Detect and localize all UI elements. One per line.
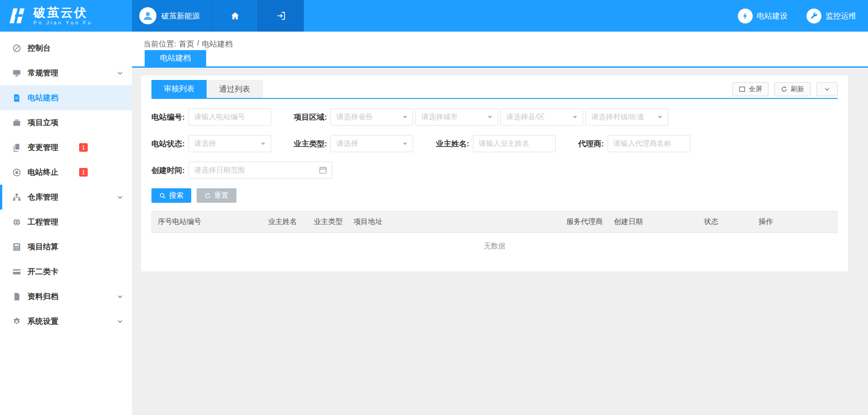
breadcrumb-separator: / — [197, 39, 199, 49]
village-placeholder: 请选择村镇/街道 — [591, 112, 644, 122]
sidebar-item-label: 项目立项 — [28, 117, 58, 128]
brand-text: 破茧云伏 Po Jian Yun Fu — [33, 6, 92, 25]
home-button[interactable] — [212, 0, 258, 32]
search-button[interactable]: 搜索 — [151, 188, 191, 203]
col-actions: 操作 — [759, 217, 837, 227]
collapse-button[interactable] — [816, 82, 838, 96]
fullscreen-label: 全屏 — [749, 85, 762, 93]
province-select[interactable]: 请选择省份 — [330, 108, 413, 126]
reset-button[interactable]: 重置 — [197, 188, 236, 203]
col-owner-type: 业主类型 — [314, 217, 354, 227]
brand-name: 破茧云伏 — [33, 6, 92, 20]
fullscreen-button[interactable]: 全屏 — [732, 82, 769, 96]
status-badge: 1 — [79, 168, 88, 177]
sidebar-item-label: 变更管理 — [28, 142, 58, 153]
sidebar-item-console[interactable]: 控制台 — [0, 36, 132, 61]
sidebar-item-project-initiation[interactable]: 项目立项 — [0, 110, 132, 135]
created-time-label: 创建时间: — [151, 165, 185, 176]
field-project-region: 项目区域: 请选择省份 请选择城市 请选择县/区 请选择村镇/街道 — [294, 108, 669, 126]
field-created-time: 创建时间: — [151, 162, 332, 179]
sidebar-item-change-management[interactable]: 变更管理 1 — [0, 135, 132, 160]
panel-tabs-row: 审核列表 通过列表 全屏 刷新 — [151, 80, 838, 99]
sidebar-item-label: 常规管理 — [28, 68, 58, 78]
brand-logo: 破茧云伏 Po Jian Yun Fu — [0, 0, 132, 32]
archive-icon — [12, 292, 21, 301]
chevron-down-icon — [117, 293, 123, 300]
date-range-box — [189, 162, 332, 179]
owner-type-label: 业主类型: — [294, 139, 327, 149]
station-status-select[interactable]: 请选择 — [189, 135, 271, 152]
filter-row-3: 创建时间: — [151, 162, 838, 179]
sidebar-item-warehouse-management[interactable]: 仓库管理 — [0, 185, 132, 210]
filter-row-2: 电站状态: 请选择 业主类型: 请选择 业主姓名: 代理商: — [151, 135, 838, 152]
col-station-no: 电站编号 — [172, 217, 268, 227]
owner-name-input[interactable] — [473, 135, 556, 152]
sidebar-item-label: 资料归档 — [28, 291, 58, 302]
logout-button[interactable] — [258, 0, 304, 32]
village-select[interactable]: 请选择村镇/街道 — [585, 108, 668, 126]
nav-monitoring-ops[interactable]: 监控运维 — [807, 9, 856, 23]
panel-tools: 全屏 刷新 — [732, 82, 838, 96]
sidebar-item-station-filing[interactable]: 电站建档 — [0, 85, 132, 110]
sidebar-item-station-termination[interactable]: 电站终止 1 — [0, 160, 132, 185]
sidebar-item-data-archiving[interactable]: 资料归档 — [0, 284, 132, 309]
sidebar-item-label: 工程管理 — [28, 217, 58, 227]
agent-input[interactable] — [608, 135, 690, 152]
sidebar-item-label: 电站终止 — [28, 167, 58, 177]
monitor-icon — [12, 69, 21, 78]
tab-passed-list[interactable]: 通过列表 — [207, 80, 263, 98]
brand-subtitle: Po Jian Yun Fu — [33, 20, 92, 25]
refresh-button[interactable]: 刷新 — [774, 82, 811, 96]
col-created-date: 创建日期 — [614, 217, 704, 227]
station-status-label: 电站状态: — [151, 139, 185, 149]
station-status-placeholder: 请选择 — [194, 139, 216, 149]
breadcrumb-home-link[interactable]: 首页 — [179, 39, 194, 49]
sidebar: 控制台 常规管理 电站建档 项目立项 — [0, 32, 132, 415]
empty-state: 无数据 — [151, 233, 838, 259]
nav-label: 电站建设 — [757, 11, 788, 21]
field-station-status: 电站状态: 请选择 — [151, 135, 271, 152]
county-select[interactable]: 请选择县/区 — [500, 108, 583, 126]
status-badge: 1 — [79, 143, 88, 152]
agent-label: 代理商: — [578, 139, 604, 149]
owner-type-select[interactable]: 请选择 — [330, 135, 413, 152]
header-user-area: 破茧新能源 — [132, 0, 304, 32]
sidebar-item-engineering-management[interactable]: 工程管理 — [0, 210, 132, 234]
calendar-icon — [319, 166, 327, 174]
login-icon — [276, 11, 286, 21]
city-select[interactable]: 请选择城市 — [415, 108, 498, 126]
copy-icon — [12, 143, 21, 152]
region-label: 项目区域: — [294, 112, 327, 122]
breadcrumb-current: 电站建档 — [202, 39, 232, 49]
user-menu[interactable]: 破茧新能源 — [132, 0, 212, 32]
header-right-nav: 电站建设 监控运维 — [738, 0, 868, 32]
sidebar-item-label: 控制台 — [28, 43, 51, 53]
station-no-input[interactable] — [189, 108, 271, 126]
chevron-down-icon — [117, 318, 123, 325]
chevron-down-icon — [117, 70, 123, 76]
region-selects: 请选择省份 请选择城市 请选择县/区 请选择村镇/街道 — [330, 108, 668, 126]
breadcrumb-bar: 当前位置: 首页 / 电站建档 电站建档 — [132, 32, 868, 68]
calculator-icon — [12, 242, 21, 252]
stop-icon — [12, 168, 21, 177]
date-range-input[interactable] — [189, 162, 332, 179]
filter-row-1: 电站编号: 项目区域: 请选择省份 请选择城市 请选择县/区 请选择村镇/街道 — [151, 108, 838, 126]
city-placeholder: 请选择城市 — [421, 112, 458, 122]
field-station-no: 电站编号: — [151, 108, 271, 126]
sidebar-item-label: 电站建档 — [28, 93, 58, 103]
nav-station-construction[interactable]: 电站建设 — [738, 9, 788, 23]
sidebar-item-system-settings[interactable]: 系统设置 — [0, 309, 132, 334]
dashboard-icon — [12, 44, 21, 53]
page-tab-station-filing[interactable]: 电站建档 — [145, 50, 206, 66]
top-header: 破茧云伏 Po Jian Yun Fu 破茧新能源 — [0, 0, 868, 32]
tab-review-list[interactable]: 审核列表 — [151, 80, 207, 98]
avatar — [139, 7, 156, 24]
filter-actions: 搜索 重置 — [151, 188, 838, 203]
sidebar-item-project-settlement[interactable]: 项目结算 — [0, 234, 132, 259]
sidebar-item-general-management[interactable]: 常规管理 — [0, 61, 132, 85]
chevron-down-icon — [117, 194, 123, 201]
sidebar-item-open-type2-card[interactable]: 开二类卡 — [0, 259, 132, 284]
briefcase-icon — [12, 118, 21, 127]
col-index: 序号 — [152, 217, 172, 227]
sidebar-item-label: 系统设置 — [28, 316, 58, 326]
